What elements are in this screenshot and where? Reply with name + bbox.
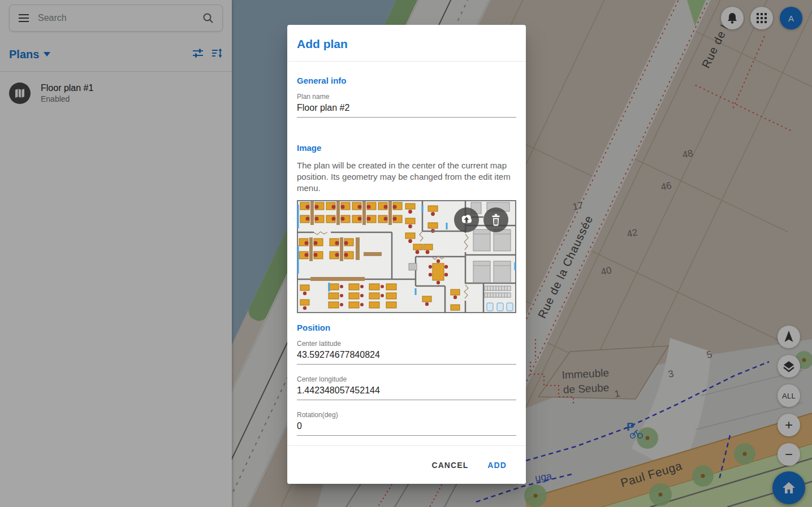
center-longitude-field: Center longitude (297, 375, 516, 400)
application-window: Rue de la Chaussée Rue de la Immeuble de… (0, 0, 812, 507)
dialog-header: Add plan (287, 25, 526, 62)
cloud-upload-icon (459, 213, 474, 227)
add-button[interactable]: ADD (483, 456, 511, 475)
trash-icon (489, 213, 503, 227)
center-longitude-input[interactable] (297, 384, 516, 400)
upload-image-button[interactable] (454, 207, 479, 232)
cancel-button[interactable]: CANCEL (427, 456, 473, 475)
image-hint-text: The plan will be created in the center o… (297, 160, 516, 194)
rotation-input[interactable] (297, 419, 516, 436)
add-plan-dialog: Add plan General info Plan name Image Th… (287, 25, 526, 484)
center-latitude-input[interactable] (297, 348, 516, 365)
center-longitude-label: Center longitude (297, 375, 516, 383)
center-latitude-field: Center latitude (297, 340, 516, 365)
dialog-title: Add plan (297, 37, 516, 51)
plan-name-label: Plan name (297, 93, 516, 101)
section-position: Position (297, 323, 516, 332)
center-latitude-label: Center latitude (297, 340, 516, 348)
dialog-content: General info Plan name Image The plan wi… (287, 62, 526, 445)
dialog-footer: CANCEL ADD (287, 445, 526, 484)
delete-image-button[interactable] (483, 207, 508, 232)
plan-name-field: Plan name (297, 93, 516, 118)
rotation-field: Rotation(deg) (297, 411, 516, 436)
floor-plan-preview (297, 200, 516, 313)
plan-name-input[interactable] (297, 101, 516, 118)
rotation-label: Rotation(deg) (297, 411, 516, 419)
section-image: Image (297, 143, 516, 153)
section-general-info: General info (297, 76, 516, 85)
